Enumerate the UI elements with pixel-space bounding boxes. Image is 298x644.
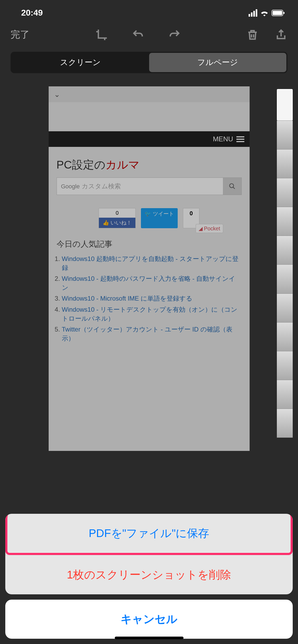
action-sheet: PDFを"ファイル"に保存 1枚のスクリーンショットを削除 キャンセル bbox=[0, 508, 298, 644]
segmented-control: スクリーン フルページ bbox=[11, 52, 287, 73]
battery-icon bbox=[272, 10, 285, 16]
search-button bbox=[223, 178, 241, 195]
svg-rect-2 bbox=[283, 12, 285, 14]
tab-fullpage[interactable]: フルページ bbox=[149, 53, 287, 72]
list-item: Twitter（ツイッター）アカウント - ユーザー ID の確認（表示） bbox=[62, 325, 242, 343]
google-logo: Google bbox=[61, 183, 80, 190]
edit-toolbar: 完了 bbox=[0, 20, 298, 46]
hamburger-icon bbox=[236, 136, 244, 142]
share-icon[interactable] bbox=[275, 29, 287, 41]
list-item: Windows10 - 起動時のパスワード入力を省略 - 自動サインイン bbox=[62, 274, 242, 292]
status-icons bbox=[249, 9, 285, 17]
svg-point-3 bbox=[230, 184, 233, 188]
undo-icon[interactable] bbox=[132, 29, 144, 41]
wifi-icon bbox=[260, 10, 269, 16]
section-heading: 今日の人気記事 bbox=[49, 234, 250, 252]
search-box: Googleカスタム検索 bbox=[57, 178, 242, 195]
site-title: PC設定のカルマ bbox=[49, 147, 250, 178]
status-bar: 20:49 bbox=[0, 0, 298, 20]
pocket-button: ◢ Pocket bbox=[196, 224, 223, 233]
home-indicator[interactable] bbox=[115, 637, 184, 639]
article-list: Windows10 起動時にアプリを自動起動 - スタートアップに登録 Wind… bbox=[49, 254, 250, 353]
cellular-icon bbox=[249, 9, 257, 17]
svg-rect-1 bbox=[273, 11, 282, 15]
cancel-button[interactable]: キャンセル bbox=[5, 600, 293, 639]
menu-label: MENU bbox=[213, 135, 233, 143]
site-navbar: MENU bbox=[49, 131, 250, 147]
chevron-down-icon: ⌄ bbox=[54, 90, 60, 99]
page-thumbnail-strip[interactable] bbox=[277, 89, 293, 438]
crop-icon[interactable] bbox=[95, 29, 108, 41]
preview-area: ⌄ MENU PC設定のカルマ Googleカスタム検索 0 👍 いいね！ 🐦 … bbox=[0, 78, 298, 451]
list-item: Windows10 - リモートデスクトップを有効（オン）に（コントロールパネル… bbox=[62, 305, 242, 323]
save-pdf-button[interactable]: PDFを"ファイル"に保存 bbox=[5, 514, 293, 555]
search-placeholder: カスタム検索 bbox=[82, 183, 121, 190]
page-preview: ⌄ MENU PC設定のカルマ Googleカスタム検索 0 👍 いいね！ 🐦 … bbox=[49, 86, 250, 451]
social-buttons: 0 👍 いいね！ 🐦 ツイート 0 ◢ Pocket bbox=[49, 206, 250, 234]
list-item: Windows10 起動時にアプリを自動起動 - スタートアップに登録 bbox=[62, 254, 242, 272]
like-count: 0 bbox=[99, 208, 136, 218]
trash-icon[interactable] bbox=[246, 29, 259, 41]
done-button[interactable]: 完了 bbox=[11, 28, 30, 41]
list-item: Windows10 - Microsoft IME に単語を登録する bbox=[62, 294, 242, 303]
status-time: 20:49 bbox=[21, 8, 43, 18]
redo-icon[interactable] bbox=[168, 29, 181, 41]
like-button: 👍 いいね！ bbox=[99, 218, 136, 228]
tweet-button: 🐦 ツイート bbox=[141, 208, 178, 228]
delete-screenshot-button[interactable]: 1枚のスクリーンショットを削除 bbox=[5, 555, 293, 594]
tab-screen[interactable]: スクリーン bbox=[12, 53, 149, 72]
